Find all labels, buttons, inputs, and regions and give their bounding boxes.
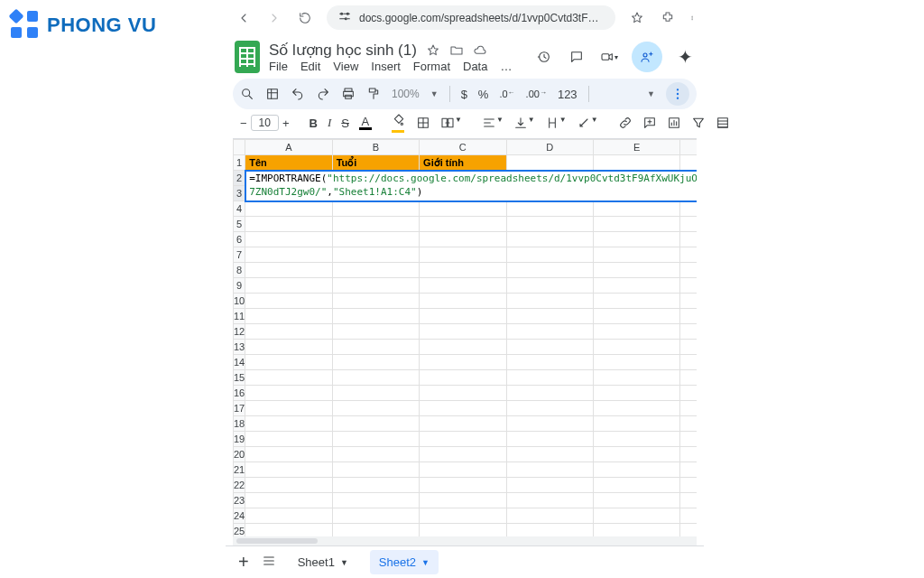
row-header-2[interactable]: 2: [234, 171, 245, 186]
text-color-button[interactable]: A: [359, 116, 372, 130]
link-button[interactable]: [618, 116, 633, 130]
select-data-icon[interactable]: [265, 87, 280, 101]
cell-E25[interactable]: [593, 524, 679, 537]
row-header-24[interactable]: 24: [234, 508, 245, 524]
cell-D1[interactable]: [506, 155, 593, 171]
cell-C13[interactable]: [420, 340, 506, 355]
cell-C5[interactable]: [420, 217, 506, 232]
cell-C24[interactable]: [420, 508, 506, 524]
cell-A18[interactable]: [245, 416, 332, 432]
cell-A23[interactable]: [245, 493, 332, 508]
cell-A5[interactable]: [245, 217, 332, 232]
cell-D19[interactable]: [506, 432, 593, 447]
paint-format-icon[interactable]: [366, 87, 381, 101]
cell-D7[interactable]: [506, 247, 593, 263]
cell-C1[interactable]: Giới tính: [420, 155, 506, 171]
cell-B11[interactable]: [332, 309, 419, 324]
cell-F13[interactable]: [680, 340, 697, 355]
cell-C6[interactable]: [420, 232, 506, 247]
cell-C21[interactable]: [420, 462, 506, 478]
cell-D11[interactable]: [506, 309, 593, 324]
tab-sheet1[interactable]: Sheet1▼: [289, 550, 357, 574]
cell-E19[interactable]: [593, 432, 679, 447]
italic-button[interactable]: I: [328, 116, 331, 130]
cell-C12[interactable]: [420, 324, 506, 340]
cell-A6[interactable]: [245, 232, 332, 247]
cell-F6[interactable]: [680, 232, 697, 247]
cell-B4[interactable]: [332, 201, 419, 217]
font-size-decrease[interactable]: −: [240, 117, 247, 130]
col-header-C[interactable]: C: [420, 140, 506, 155]
add-sheet-button[interactable]: +: [238, 552, 249, 573]
cell-A4[interactable]: [245, 201, 332, 217]
cell-B5[interactable]: [332, 217, 419, 232]
cell-C14[interactable]: [420, 355, 506, 370]
cell-B6[interactable]: [332, 232, 419, 247]
row-header-7[interactable]: 7: [234, 247, 245, 263]
print-icon[interactable]: [341, 87, 356, 101]
cell-D13[interactable]: [506, 340, 593, 355]
cell-A21[interactable]: [245, 462, 332, 478]
increase-decimal-icon[interactable]: .00→: [526, 89, 547, 99]
row-header-8[interactable]: 8: [234, 263, 245, 278]
select-all-corner[interactable]: [234, 140, 245, 155]
cell-F11[interactable]: [680, 309, 697, 324]
font-size-increase[interactable]: +: [282, 117, 290, 130]
cell-E4[interactable]: [593, 201, 679, 217]
sheets-app-icon[interactable]: [235, 41, 260, 73]
row-header-21[interactable]: 21: [234, 462, 245, 478]
cell-D5[interactable]: [506, 217, 593, 232]
row-header-6[interactable]: 6: [234, 232, 245, 247]
cell-A7[interactable]: [245, 247, 332, 263]
cell-B22[interactable]: [332, 478, 419, 493]
row-header-5[interactable]: 5: [234, 217, 245, 232]
cell-E11[interactable]: [593, 309, 679, 324]
redo-icon[interactable]: [316, 87, 330, 101]
bold-button[interactable]: B: [310, 117, 318, 130]
row-header-1[interactable]: 1: [234, 155, 245, 171]
cell-C8[interactable]: [420, 263, 506, 278]
cell-D12[interactable]: [506, 324, 593, 340]
cell-F18[interactable]: [680, 416, 697, 432]
tab-sheet2[interactable]: Sheet2▼: [370, 550, 439, 574]
comment-icon[interactable]: [567, 47, 587, 67]
cell-D15[interactable]: [506, 370, 593, 386]
cell-D18[interactable]: [506, 416, 593, 432]
cell-D20[interactable]: [506, 447, 593, 462]
strike-button[interactable]: S: [341, 117, 349, 130]
search-menu-icon[interactable]: [240, 87, 254, 101]
cell-B21[interactable]: [332, 462, 419, 478]
cell-E22[interactable]: [593, 478, 679, 493]
cell-A19[interactable]: [245, 432, 332, 447]
cell-F12[interactable]: [680, 324, 697, 340]
merge-cells-button[interactable]: ▼: [440, 116, 462, 130]
cell-B12[interactable]: [332, 324, 419, 340]
cell-B19[interactable]: [332, 432, 419, 447]
forward-icon[interactable]: [265, 9, 283, 27]
cell-D6[interactable]: [506, 232, 593, 247]
cell-F14[interactable]: [680, 355, 697, 370]
font-size-value[interactable]: 10: [251, 115, 279, 131]
cell-F22[interactable]: [680, 478, 697, 493]
spreadsheet-grid[interactable]: A B C D E F 1TênTuổiGiới tính2=IMPORTRAN…: [233, 139, 697, 536]
undo-icon[interactable]: [291, 87, 305, 101]
cell-A17[interactable]: [245, 401, 332, 416]
cell-E14[interactable]: [593, 355, 679, 370]
row-header-13[interactable]: 13: [234, 340, 245, 355]
col-header-F[interactable]: F: [680, 140, 697, 155]
menu-view[interactable]: View: [333, 60, 358, 73]
col-header-A[interactable]: A: [245, 140, 332, 155]
cell-C9[interactable]: [420, 278, 506, 294]
row-header-10[interactable]: 10: [234, 294, 245, 309]
cell-C7[interactable]: [420, 247, 506, 263]
cell-E16[interactable]: [593, 386, 679, 401]
row-header-15[interactable]: 15: [234, 370, 245, 386]
cell-D21[interactable]: [506, 462, 593, 478]
borders-button[interactable]: [416, 116, 430, 130]
cell-C22[interactable]: [420, 478, 506, 493]
row-header-4[interactable]: 4: [234, 201, 245, 217]
cell-D23[interactable]: [506, 493, 593, 508]
cell-A11[interactable]: [245, 309, 332, 324]
cell-F20[interactable]: [680, 447, 697, 462]
cell-C18[interactable]: [420, 416, 506, 432]
